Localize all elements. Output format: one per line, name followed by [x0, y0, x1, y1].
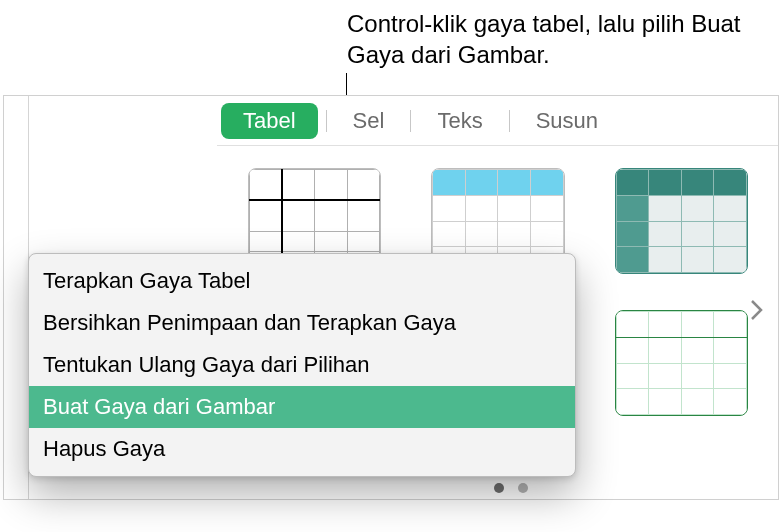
tab-label: Sel	[353, 108, 385, 133]
tab-susun[interactable]: Susun	[518, 103, 616, 139]
tab-label: Tabel	[243, 108, 296, 133]
menu-item-label: Bersihkan Penimpaan dan Terapkan Gaya	[43, 310, 456, 335]
left-gutter	[4, 96, 29, 499]
tab-label: Susun	[536, 108, 598, 133]
tab-tabel[interactable]: Tabel	[221, 103, 318, 139]
table-style-context-menu: Terapkan Gaya Tabel Bersihkan Penimpaan …	[28, 253, 576, 477]
tab-sel[interactable]: Sel	[335, 103, 403, 139]
tab-separator	[410, 110, 411, 132]
chevron-right-icon	[749, 298, 765, 322]
tab-teks[interactable]: Teks	[419, 103, 500, 139]
carousel-next-button[interactable]	[744, 292, 770, 328]
tab-separator	[509, 110, 510, 132]
menu-item-label: Terapkan Gaya Tabel	[43, 268, 251, 293]
callout-text: Control-klik gaya tabel, lalu pilih Buat…	[347, 10, 741, 68]
inspector-tab-bar: Tabel Sel Teks Susun	[217, 96, 778, 146]
menu-item-create-style-from-image[interactable]: Buat Gaya dari Gambar	[29, 386, 575, 428]
table-style-thumbnail[interactable]	[615, 168, 748, 274]
style-pager	[494, 483, 528, 493]
tab-label: Teks	[437, 108, 482, 133]
menu-item-delete-style[interactable]: Hapus Gaya	[29, 428, 575, 470]
pager-dot[interactable]	[518, 483, 528, 493]
menu-item-clear-overrides[interactable]: Bersihkan Penimpaan dan Terapkan Gaya	[29, 302, 575, 344]
callout-annotation: Control-klik gaya tabel, lalu pilih Buat…	[347, 8, 767, 70]
tab-separator	[326, 110, 327, 132]
table-style-preview	[616, 169, 747, 273]
table-style-thumbnail[interactable]	[615, 310, 748, 416]
menu-item-redefine-style[interactable]: Tentukan Ulang Gaya dari Pilihan	[29, 344, 575, 386]
menu-item-label: Hapus Gaya	[43, 436, 165, 461]
table-style-preview	[616, 311, 747, 415]
menu-item-label: Buat Gaya dari Gambar	[43, 394, 275, 419]
menu-item-apply-style[interactable]: Terapkan Gaya Tabel	[29, 260, 575, 302]
pager-dot[interactable]	[494, 483, 504, 493]
menu-item-label: Tentukan Ulang Gaya dari Pilihan	[43, 352, 370, 377]
